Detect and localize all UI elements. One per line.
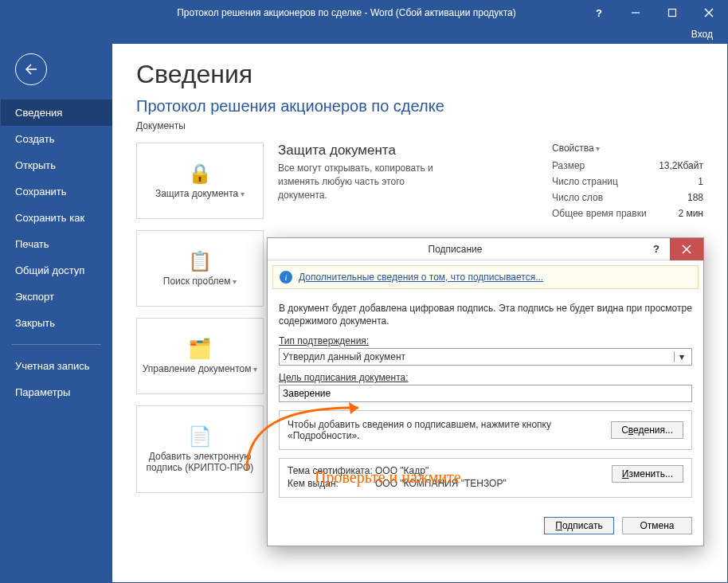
nav-new[interactable]: Создать (1, 126, 112, 152)
confirmation-type-select[interactable]: Утвердил данный документ ▾ (279, 348, 692, 366)
prop-words-v: 188 (687, 192, 703, 203)
lock-icon: 🔒 (188, 162, 212, 185)
add-signature-card[interactable]: 📄 Добавить электронную подпись (КРИПТО-П… (136, 405, 264, 493)
purpose-input[interactable] (279, 385, 692, 402)
help-button[interactable]: ? (581, 1, 617, 25)
purpose-label: Цель подписания документа: (279, 372, 692, 383)
inspect-label: Поиск проблем (163, 276, 237, 287)
addsig-label: Добавить электронную подпись (КРИПТО-ПРО… (140, 451, 260, 473)
page-heading: Сведения (136, 60, 703, 89)
signing-more-info-link[interactable]: Дополнительные сведения о том, что подпи… (299, 272, 543, 283)
close-icon (682, 245, 691, 254)
dialog-title: Подписание (268, 244, 643, 255)
dialog-description: В документ будет добавлена цифровая подп… (279, 302, 692, 327)
sign-button[interactable]: Подписать (544, 517, 614, 534)
nav-separator (12, 344, 101, 345)
manage-icon: 🗂️ (188, 338, 212, 360)
cert-subject-v: ООО "Кадр" (375, 465, 429, 476)
signer-details-box: Чтобы добавить сведения о подписавшем, н… (279, 410, 692, 450)
signin-link[interactable]: Вход (691, 29, 713, 40)
protect-section-title: Защита документа (278, 143, 538, 158)
nav-share[interactable]: Общий доступ (1, 257, 112, 284)
minimize-icon (631, 8, 640, 18)
certificate-box: Тема сертификата:ООО "Кадр" Кем выдан:ОО… (279, 458, 692, 498)
cancel-button[interactable]: Отмена (622, 517, 692, 534)
nav-options[interactable]: Параметры (1, 379, 112, 405)
signin-row: Вход (1, 25, 727, 44)
prop-size-v: 13,2Кбайт (659, 160, 703, 171)
nav-saveas[interactable]: Сохранить как (1, 205, 112, 231)
close-button[interactable] (691, 1, 727, 25)
inspect-icon: 📋 (188, 250, 212, 272)
prop-pages-v: 1 (698, 176, 703, 187)
back-button[interactable] (15, 53, 47, 85)
titlebar: Протокол решения акционеров по сделке - … (1, 1, 727, 25)
dialog-help-button[interactable]: ? (643, 243, 670, 255)
info-icon: i (280, 271, 292, 284)
close-icon (704, 8, 714, 18)
info-bar: i Дополнительные сведения о том, что под… (272, 265, 699, 289)
prop-pages-k: Число страниц (552, 176, 618, 187)
certificate-info: Тема сертификата:ООО "Кадр" Кем выдан:ОО… (288, 465, 612, 491)
nav-info[interactable]: Сведения (1, 100, 112, 126)
signing-dialog: Подписание ? i Дополнительные сведения о… (267, 237, 704, 546)
cert-issuer-k: Кем выдан: (288, 478, 375, 489)
sidebar: Сведения Создать Открыть Сохранить Сохра… (1, 44, 112, 582)
manage-document-card[interactable]: 🗂️ Управление документом (136, 318, 264, 394)
cert-subject-k: Тема сертификата: (288, 465, 375, 476)
inspect-document-card[interactable]: 📋 Поиск проблем (136, 230, 264, 307)
dialog-close-button[interactable] (670, 238, 703, 260)
nav-account[interactable]: Учетная запись (1, 353, 112, 379)
cert-issuer-v: ООО "КОМПАНИЯ "ТЕНЗОР" (375, 478, 507, 489)
confirmation-type-value: Утвердил данный документ (283, 351, 405, 362)
action-cards-column: 🔒 Защита документа 📋 Поиск проблем 🗂️ Уп… (136, 143, 264, 493)
dialog-button-row: Подписать Отмена (268, 509, 703, 546)
details-button[interactable]: Сведения... (611, 421, 683, 439)
document-path: Документы (136, 120, 703, 131)
protect-section-desc: Все могут открывать, копировать и изменя… (278, 162, 445, 202)
back-arrow-icon (23, 61, 39, 77)
prop-words-k: Число слов (552, 192, 603, 203)
confirmation-type-label: Тип подтверждения: (279, 335, 692, 346)
window-title: Протокол решения акционеров по сделке - … (112, 7, 581, 18)
svg-rect-1 (669, 10, 676, 17)
nav-export[interactable]: Экспорт (1, 284, 112, 310)
signature-icon: 📄 (188, 425, 212, 448)
prop-size-k: Размер (552, 160, 585, 171)
nav-save[interactable]: Сохранить (1, 178, 112, 205)
dropdown-icon: ▾ (674, 351, 688, 362)
prop-edit-v: 2 мин (678, 208, 703, 219)
minimize-button[interactable] (617, 1, 654, 25)
nav-close[interactable]: Закрыть (1, 310, 112, 336)
dialog-titlebar: Подписание ? (268, 238, 703, 260)
nav-open[interactable]: Открыть (1, 152, 112, 178)
maximize-button[interactable] (654, 1, 691, 25)
prop-edit-k: Общее время правки (552, 208, 647, 219)
manage-label: Управление документом (143, 363, 258, 374)
properties-header[interactable]: Свойства (552, 143, 703, 154)
nav-print[interactable]: Печать (1, 231, 112, 257)
dialog-body: В документ будет добавлена цифровая подп… (268, 294, 703, 509)
document-title: Протокол решения акционеров по сделке (136, 97, 703, 115)
signer-details-text: Чтобы добавить сведения о подписавшем, н… (288, 419, 603, 441)
change-cert-button[interactable]: Изменить... (612, 465, 683, 483)
protect-document-card[interactable]: 🔒 Защита документа (136, 143, 264, 219)
protect-label: Защита документа (155, 188, 245, 199)
maximize-icon (667, 8, 677, 18)
